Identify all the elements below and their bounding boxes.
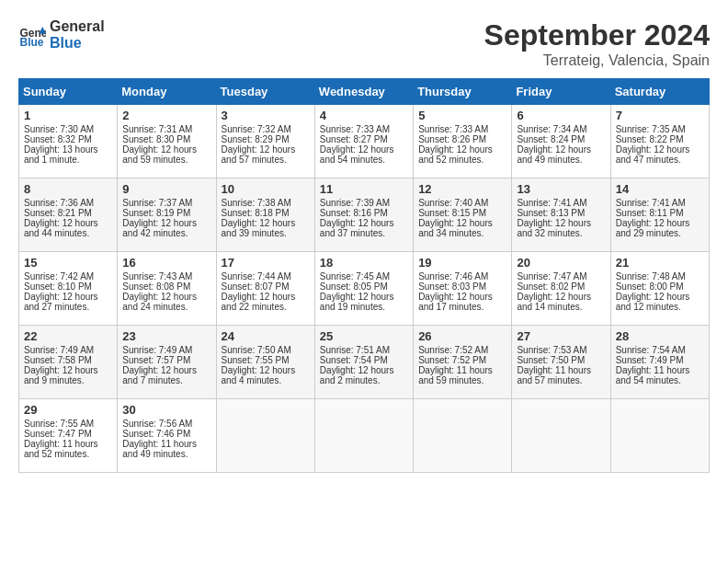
sunset: Sunset: 8:07 PM (222, 282, 290, 292)
sunrise: Sunrise: 7:38 AM (222, 198, 291, 208)
header-sunday: Sunday (19, 79, 118, 105)
calendar-cell (314, 399, 413, 473)
sunset: Sunset: 8:08 PM (122, 282, 190, 292)
sunset: Sunset: 8:05 PM (320, 282, 388, 292)
sunset: Sunset: 8:27 PM (320, 134, 388, 144)
sunset: Sunset: 7:47 PM (24, 429, 92, 439)
calendar-week-1: 1Sunrise: 7:30 AMSunset: 8:32 PMDaylight… (19, 105, 710, 178)
sunrise: Sunrise: 7:45 AM (320, 271, 390, 282)
sunrise: Sunrise: 7:34 AM (517, 124, 586, 134)
daylight: Daylight: 12 hours and 42 minutes. (122, 218, 197, 238)
daylight: Daylight: 11 hours and 59 minutes. (418, 365, 493, 385)
sunrise: Sunrise: 7:32 AM (222, 124, 291, 134)
day-number: 11 (320, 182, 408, 196)
sunrise: Sunrise: 7:36 AM (24, 198, 94, 208)
daylight: Daylight: 11 hours and 54 minutes. (616, 365, 690, 385)
sunset: Sunset: 8:10 PM (24, 282, 92, 292)
daylight: Daylight: 12 hours and 22 minutes. (222, 292, 296, 312)
sunrise: Sunrise: 7:52 AM (418, 345, 488, 355)
month-title: September 2024 (484, 18, 710, 52)
daylight: Daylight: 12 hours and 29 minutes. (616, 218, 690, 238)
sunset: Sunset: 8:13 PM (517, 208, 585, 218)
sunset: Sunset: 7:54 PM (320, 355, 388, 365)
calendar-table: Sunday Monday Tuesday Wednesday Thursday… (18, 78, 710, 473)
calendar-cell: 7Sunrise: 7:35 AMSunset: 8:22 PMDaylight… (610, 105, 709, 178)
sunrise: Sunrise: 7:44 AM (222, 271, 291, 282)
calendar-cell: 22Sunrise: 7:49 AMSunset: 7:58 PMDayligh… (19, 326, 118, 399)
calendar-cell: 20Sunrise: 7:47 AMSunset: 8:02 PMDayligh… (512, 252, 610, 326)
sunset: Sunset: 7:52 PM (418, 355, 486, 365)
day-number: 14 (616, 182, 704, 196)
day-number: 13 (517, 182, 605, 196)
daylight: Daylight: 12 hours and 2 minutes. (320, 365, 394, 385)
sunset: Sunset: 7:50 PM (517, 355, 585, 365)
sunrise: Sunrise: 7:41 AM (616, 198, 686, 208)
calendar-cell: 8Sunrise: 7:36 AMSunset: 8:21 PMDaylight… (19, 178, 118, 252)
calendar-cell: 24Sunrise: 7:50 AMSunset: 7:55 PMDayligh… (216, 326, 314, 399)
daylight: Daylight: 12 hours and 4 minutes. (222, 365, 296, 385)
daylight: Daylight: 12 hours and 12 minutes. (616, 292, 690, 312)
calendar-cell: 16Sunrise: 7:43 AMSunset: 8:08 PMDayligh… (118, 252, 216, 326)
sunrise: Sunrise: 7:47 AM (517, 271, 586, 282)
day-number: 5 (418, 109, 506, 122)
day-number: 21 (616, 256, 704, 270)
calendar-cell: 1Sunrise: 7:30 AMSunset: 8:32 PMDaylight… (19, 105, 118, 178)
sunset: Sunset: 8:22 PM (616, 134, 684, 144)
day-number: 26 (418, 329, 506, 343)
sunset: Sunset: 8:16 PM (320, 208, 388, 218)
daylight: Daylight: 12 hours and 7 minutes. (122, 365, 197, 385)
sunset: Sunset: 8:02 PM (517, 282, 585, 292)
sunrise: Sunrise: 7:33 AM (320, 124, 390, 134)
calendar-cell (610, 399, 709, 473)
calendar-cell: 13Sunrise: 7:41 AMSunset: 8:13 PMDayligh… (512, 178, 610, 252)
header-tuesday: Tuesday (216, 79, 314, 105)
day-number: 4 (320, 109, 408, 122)
day-number: 15 (24, 256, 112, 270)
calendar-cell: 19Sunrise: 7:46 AMSunset: 8:03 PMDayligh… (414, 252, 512, 326)
calendar-cell (512, 399, 610, 473)
sunrise: Sunrise: 7:40 AM (418, 198, 488, 208)
day-number: 2 (122, 109, 210, 122)
sunset: Sunset: 8:32 PM (24, 134, 92, 144)
sunset: Sunset: 8:24 PM (517, 134, 585, 144)
svg-text:Blue: Blue (20, 36, 44, 49)
sunrise: Sunrise: 7:53 AM (517, 345, 586, 355)
calendar-cell: 9Sunrise: 7:37 AMSunset: 8:19 PMDaylight… (118, 178, 216, 252)
calendar-cell (216, 399, 314, 473)
calendar-week-2: 8Sunrise: 7:36 AMSunset: 8:21 PMDaylight… (19, 178, 710, 252)
day-number: 12 (418, 182, 506, 196)
daylight: Daylight: 13 hours and 1 minute. (24, 144, 98, 165)
sunrise: Sunrise: 7:42 AM (24, 271, 94, 282)
calendar-cell: 12Sunrise: 7:40 AMSunset: 8:15 PMDayligh… (414, 178, 512, 252)
logo-icon: General Blue (18, 21, 46, 49)
calendar-cell: 25Sunrise: 7:51 AMSunset: 7:54 PMDayligh… (314, 326, 413, 399)
daylight: Daylight: 12 hours and 34 minutes. (418, 218, 493, 238)
day-number: 30 (122, 403, 210, 417)
sunrise: Sunrise: 7:48 AM (616, 271, 686, 282)
calendar-week-4: 22Sunrise: 7:49 AMSunset: 7:58 PMDayligh… (19, 326, 710, 399)
day-number: 24 (222, 329, 310, 343)
day-number: 27 (517, 329, 605, 343)
sunrise: Sunrise: 7:43 AM (122, 271, 192, 282)
daylight: Daylight: 12 hours and 52 minutes. (418, 144, 493, 165)
calendar-header-row: Sunday Monday Tuesday Wednesday Thursday… (19, 79, 710, 105)
sunset: Sunset: 7:46 PM (122, 429, 190, 439)
calendar-cell: 21Sunrise: 7:48 AMSunset: 8:00 PMDayligh… (610, 252, 709, 326)
calendar-cell: 29Sunrise: 7:55 AMSunset: 7:47 PMDayligh… (19, 399, 118, 473)
sunrise: Sunrise: 7:37 AM (122, 198, 192, 208)
sunrise: Sunrise: 7:49 AM (24, 345, 94, 355)
calendar-cell: 23Sunrise: 7:49 AMSunset: 7:57 PMDayligh… (118, 326, 216, 399)
daylight: Daylight: 12 hours and 37 minutes. (320, 218, 394, 238)
logo-line2: Blue (50, 35, 105, 52)
calendar-cell: 14Sunrise: 7:41 AMSunset: 8:11 PMDayligh… (610, 178, 709, 252)
calendar-cell: 27Sunrise: 7:53 AMSunset: 7:50 PMDayligh… (512, 326, 610, 399)
day-number: 23 (122, 329, 210, 343)
day-number: 25 (320, 329, 408, 343)
calendar-cell: 17Sunrise: 7:44 AMSunset: 8:07 PMDayligh… (216, 252, 314, 326)
day-number: 16 (122, 256, 210, 270)
header-monday: Monday (118, 79, 216, 105)
day-number: 9 (122, 182, 210, 196)
sunset: Sunset: 8:11 PM (616, 208, 684, 218)
calendar-cell: 5Sunrise: 7:33 AMSunset: 8:26 PMDaylight… (414, 105, 512, 178)
day-number: 18 (320, 256, 408, 270)
